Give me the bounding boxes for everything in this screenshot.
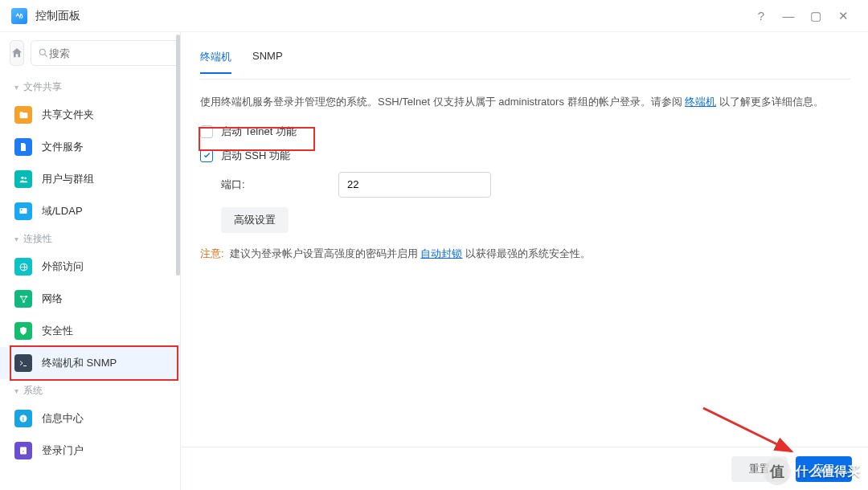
sidebar-item-label: 终端机和 SNMP — [42, 356, 117, 370]
file-icon — [14, 138, 32, 156]
notice-prefix: 建议为登录帐户设置高强度的密码并启用 — [230, 247, 421, 259]
content-area: 终端机 SNMP 使用终端机服务登录并管理您的系统。SSH/Telnet 仅支持… — [181, 32, 868, 490]
svg-point-0 — [39, 49, 45, 55]
close-button[interactable]: ✕ — [829, 9, 857, 23]
telnet-label: 启动 Telnet 功能 — [221, 125, 297, 139]
chevron-down-icon: ▾ — [14, 83, 18, 92]
sidebar-item-label: 用户与群组 — [42, 172, 94, 186]
domain-icon — [14, 202, 32, 220]
folder-icon — [14, 106, 32, 124]
app-icon — [11, 8, 27, 24]
apply-button[interactable]: 应用 — [796, 456, 852, 482]
section-connectivity[interactable]: ▾ 连接性 — [0, 227, 180, 251]
section-system[interactable]: ▾ 系统 — [0, 379, 180, 402]
ssh-checkbox[interactable] — [200, 149, 213, 162]
sidebar-item-label: 登录门户 — [42, 443, 84, 458]
chevron-down-icon: ▾ — [14, 386, 18, 395]
titlebar: 控制面板 ? — ▢ ✕ — [0, 0, 868, 32]
description-text: 使用终端机服务登录并管理您的系统。SSH/Telnet 仅支持从属于 admin… — [200, 94, 850, 111]
network-icon — [14, 290, 32, 308]
section-file-sharing[interactable]: ▾ 文件共享 — [0, 76, 180, 99]
svg-rect-4 — [21, 210, 23, 211]
port-input[interactable] — [338, 172, 491, 198]
footer: 重置 应用 — [182, 447, 868, 490]
sidebar-item-domain-ldap[interactable]: 域/LDAP — [0, 195, 180, 227]
sidebar-item-security[interactable]: 安全性 — [0, 315, 180, 347]
tabs: 终端机 SNMP — [200, 45, 850, 74]
window-title: 控制面板 — [35, 9, 80, 23]
ssh-checkbox-row: 启动 SSH 功能 — [200, 148, 850, 164]
ssh-label: 启动 SSH 功能 — [221, 149, 290, 163]
sidebar-item-shared-folder[interactable]: 共享文件夹 — [0, 99, 180, 131]
svg-rect-11 — [20, 447, 27, 455]
sidebar-item-file-services[interactable]: 文件服务 — [0, 131, 180, 163]
shield-icon — [14, 322, 32, 340]
search-input[interactable] — [49, 47, 181, 59]
svg-rect-3 — [20, 208, 27, 214]
telnet-checkbox-row: 启动 Telnet 功能 — [200, 124, 850, 140]
notice-text: 注意: 建议为登录帐户设置高强度的密码并启用 自动封锁 以获得最强的系统安全性。 — [200, 246, 850, 263]
desc-suffix: 以了解更多详细信息。 — [716, 96, 824, 108]
telnet-checkbox[interactable] — [200, 125, 213, 138]
reset-button[interactable]: 重置 — [731, 456, 788, 482]
sidebar-item-terminal-snmp[interactable]: 终端机和 SNMP — [0, 347, 180, 379]
terminal-icon — [14, 354, 32, 372]
search-box[interactable] — [31, 40, 181, 66]
sidebar-item-login-portal[interactable]: 登录门户 — [0, 435, 180, 467]
sidebar-item-label: 文件服务 — [42, 140, 84, 154]
advanced-settings-button[interactable]: 高级设置 — [221, 207, 289, 233]
section-label: 文件共享 — [23, 80, 62, 94]
minimize-button[interactable]: — — [775, 9, 802, 22]
sidebar-item-label: 网络 — [42, 292, 63, 306]
sidebar-item-label: 域/LDAP — [42, 204, 83, 218]
sidebar-item-label: 安全性 — [42, 324, 73, 338]
sidebar-item-info-center[interactable]: i 信息中心 — [0, 402, 180, 435]
port-label: 端口: — [221, 178, 338, 192]
sidebar-item-label: 外部访问 — [42, 259, 84, 274]
chevron-down-icon: ▾ — [14, 235, 18, 243]
section-label: 系统 — [23, 384, 43, 398]
sidebar-item-network[interactable]: 网络 — [0, 283, 180, 315]
tab-terminal[interactable]: 终端机 — [200, 45, 231, 74]
info-icon: i — [14, 410, 32, 427]
auto-block-link[interactable]: 自动封锁 — [420, 247, 462, 259]
help-button[interactable]: ? — [747, 9, 775, 22]
users-icon — [14, 170, 32, 188]
portal-icon — [14, 442, 32, 459]
sidebar-item-external-access[interactable]: 外部访问 — [0, 251, 180, 283]
port-row: 端口: — [221, 172, 850, 198]
globe-icon — [14, 258, 32, 276]
maximize-button[interactable]: ▢ — [802, 9, 829, 23]
sidebar-item-label: 共享文件夹 — [42, 108, 94, 122]
svg-text:i: i — [23, 416, 24, 422]
svg-point-2 — [24, 177, 27, 179]
terminal-help-link[interactable]: 终端机 — [685, 96, 716, 108]
sidebar-item-users-groups[interactable]: 用户与群组 — [0, 163, 180, 195]
desc-prefix: 使用终端机服务登录并管理您的系统。SSH/Telnet 仅支持从属于 admin… — [200, 96, 685, 108]
svg-point-12 — [23, 451, 23, 451]
scrollbar-thumb[interactable] — [176, 35, 180, 276]
notice-suffix: 以获得最强的系统安全性。 — [462, 247, 591, 259]
sidebar-item-label: 信息中心 — [42, 411, 84, 426]
notice-label: 注意: — [200, 247, 224, 259]
svg-point-1 — [21, 176, 23, 178]
home-button[interactable] — [10, 40, 24, 66]
tab-snmp[interactable]: SNMP — [252, 45, 283, 74]
sidebar: ▾ 文件共享 共享文件夹 文件服务 用户与群组 域/LDAP ▾ 连接性 外部访… — [0, 32, 181, 490]
section-label: 连接性 — [23, 232, 52, 246]
